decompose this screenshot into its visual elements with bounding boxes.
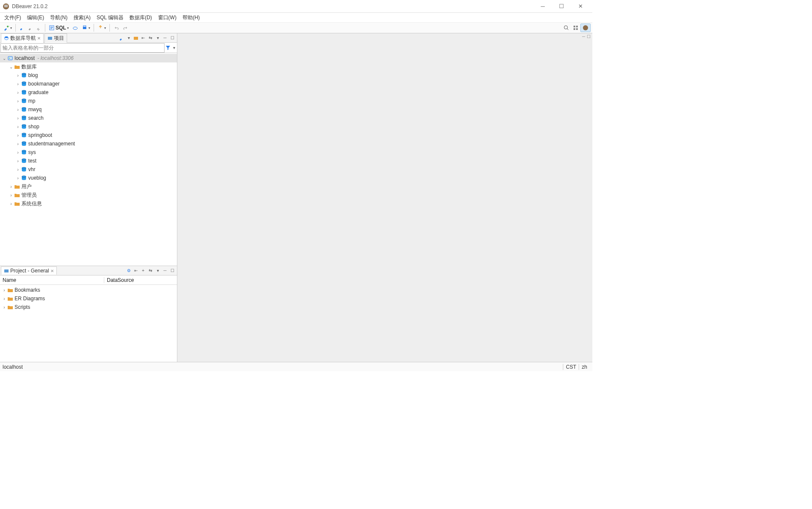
svg-rect-10	[83, 26, 86, 27]
expand-arrow-icon[interactable]: ›	[15, 150, 21, 155]
filter-input[interactable]	[0, 43, 165, 53]
tree-folder-管理员[interactable]: ›管理员	[0, 191, 177, 199]
tree-database-sys[interactable]: ›sys	[0, 148, 177, 157]
folder-icon[interactable]	[133, 35, 139, 41]
tab-project-general[interactable]: Project - General ✕	[1, 266, 57, 275]
menu-database[interactable]: 数据库(D)	[127, 13, 155, 22]
filter-dropdown-icon[interactable]: ▾	[171, 45, 177, 50]
new-connection-icon[interactable]	[118, 35, 124, 41]
expand-arrow-icon[interactable]: ›	[15, 73, 21, 78]
minimize-view-icon[interactable]: ─	[162, 35, 168, 41]
minimize-project-icon[interactable]: ─	[162, 268, 168, 274]
menu-file[interactable]: 文件(F)	[2, 13, 24, 22]
settings-icon[interactable]: ⚙	[126, 268, 132, 274]
collapse-project-icon[interactable]: ⇤	[133, 268, 139, 274]
search-icon[interactable]	[562, 24, 571, 32]
expand-arrow-icon[interactable]: ›	[15, 142, 21, 146]
menu-navigate[interactable]: 导航(N)	[47, 13, 70, 22]
tree-database-vueblog[interactable]: ›vueblog	[0, 174, 177, 182]
view-menu-icon[interactable]: ▾	[155, 35, 161, 41]
tab-project[interactable]: 项目	[44, 33, 67, 43]
tree-db-folder[interactable]: ⌄数据库	[0, 62, 177, 71]
new-connection-button[interactable]: +▾	[2, 24, 14, 32]
close-button[interactable]: ✕	[571, 0, 590, 12]
collapse-icon[interactable]: ⇤	[140, 35, 146, 41]
tree-database-mp[interactable]: ›mp	[0, 97, 177, 105]
expand-arrow-icon[interactable]: ›	[2, 296, 7, 301]
close-tab-icon[interactable]: ✕	[37, 36, 41, 41]
tree-database-studentmanagement[interactable]: ›studentmanagement	[0, 139, 177, 148]
sql-editor-button[interactable]: SQL▾	[47, 24, 71, 32]
expand-arrow-icon[interactable]: ›	[9, 201, 14, 206]
perspective-icon[interactable]	[571, 24, 580, 32]
project-item-scripts[interactable]: ›Scripts	[0, 303, 177, 311]
menu-edit[interactable]: 编辑(E)	[24, 13, 47, 22]
tree-database-bookmanager[interactable]: ›bookmanager	[0, 80, 177, 88]
tab-db-navigator[interactable]: 数据库导航 ✕	[1, 33, 44, 43]
filter-funnel-icon[interactable]	[165, 46, 171, 50]
maximize-view-icon[interactable]: ☐	[169, 35, 175, 41]
editor-maximize-icon[interactable]: ☐	[587, 34, 591, 39]
menu-sql-editor[interactable]: SQL 编辑器	[94, 13, 126, 22]
maximize-project-icon[interactable]: ☐	[169, 268, 175, 274]
expand-arrow-icon[interactable]: ›	[15, 167, 21, 172]
tree-database-graduate[interactable]: ›graduate	[0, 88, 177, 97]
tree-item-icon	[21, 98, 27, 104]
expand-arrow-icon[interactable]: ⌄	[2, 56, 7, 61]
expand-arrow-icon[interactable]: ›	[15, 124, 21, 129]
tree-database-shop[interactable]: ›shop	[0, 122, 177, 131]
expand-arrow-icon[interactable]: ›	[9, 184, 14, 189]
tree-database-springboot[interactable]: ›springboot	[0, 131, 177, 139]
connect-button[interactable]	[18, 24, 26, 31]
svg-point-11	[564, 26, 568, 29]
maximize-button[interactable]: ☐	[552, 0, 571, 12]
commit-button[interactable]: ▾	[96, 24, 108, 32]
expand-arrow-icon[interactable]: ›	[15, 107, 21, 112]
tree-database-vhr[interactable]: ›vhr	[0, 165, 177, 174]
dropdown-icon[interactable]: ▾	[126, 35, 132, 41]
expand-arrow-icon[interactable]: ›	[2, 288, 7, 293]
project-item-bookmarks[interactable]: ›Bookmarks	[0, 286, 177, 294]
expand-arrow-icon[interactable]: ›	[15, 176, 21, 181]
project-menu-icon[interactable]: ▾	[155, 268, 161, 274]
link-project-icon[interactable]: ⇆	[147, 268, 153, 274]
menu-help[interactable]: 帮助(H)	[180, 13, 203, 22]
tree-database-search[interactable]: ›search	[0, 114, 177, 122]
left-panel: 数据库导航 ✕ 项目 ▾ ⇤ ⇆ ▾ ─ ☐	[0, 33, 177, 362]
tree-connection[interactable]: ⌄localhost- localhost:3306	[0, 54, 177, 62]
expand-arrow-icon[interactable]: ›	[15, 90, 21, 95]
project-item-er-diagrams[interactable]: ›ER Diagrams	[0, 294, 177, 303]
expand-arrow-icon[interactable]: ›	[9, 193, 14, 198]
link-icon[interactable]: ⇆	[147, 35, 153, 41]
expand-arrow-icon[interactable]: ›	[15, 99, 21, 104]
project-icon	[47, 36, 53, 41]
col-datasource[interactable]: DataSource	[104, 277, 136, 283]
minimize-button[interactable]: ─	[533, 0, 552, 12]
redo-button[interactable]	[121, 24, 130, 32]
undo-button[interactable]	[112, 24, 121, 32]
expand-arrow-icon[interactable]: ›	[15, 82, 21, 86]
disconnect-button[interactable]	[26, 24, 35, 31]
print-button[interactable]: ▾	[80, 24, 92, 32]
dbeaver-perspective-button[interactable]	[580, 24, 591, 32]
cloud-button[interactable]	[71, 24, 80, 32]
editor-area: ─ ☐	[177, 33, 592, 362]
tree-database-mwyq[interactable]: ›mwyq	[0, 105, 177, 114]
expand-arrow-icon[interactable]: ›	[15, 116, 21, 121]
menu-window[interactable]: 窗口(W)	[156, 13, 179, 22]
tree-database-blog[interactable]: ›blog	[0, 71, 177, 80]
tree-folder-用户[interactable]: ›用户	[0, 182, 177, 191]
expand-arrow-icon[interactable]: ›	[15, 133, 21, 138]
tree-folder-系统信息[interactable]: ›系统信息	[0, 199, 177, 208]
col-name[interactable]: Name	[0, 277, 104, 283]
expand-arrow-icon[interactable]: ⌄	[9, 65, 14, 69]
svg-rect-13	[576, 26, 578, 27]
close-project-tab-icon[interactable]: ✕	[50, 269, 54, 273]
add-project-icon[interactable]: +	[140, 268, 146, 274]
editor-minimize-icon[interactable]: ─	[582, 34, 585, 39]
menu-search[interactable]: 搜索(A)	[71, 13, 93, 22]
tree-database-test[interactable]: ›test	[0, 157, 177, 165]
disconnect-all-button[interactable]	[35, 24, 43, 31]
expand-arrow-icon[interactable]: ›	[15, 159, 21, 163]
expand-arrow-icon[interactable]: ›	[2, 305, 7, 310]
